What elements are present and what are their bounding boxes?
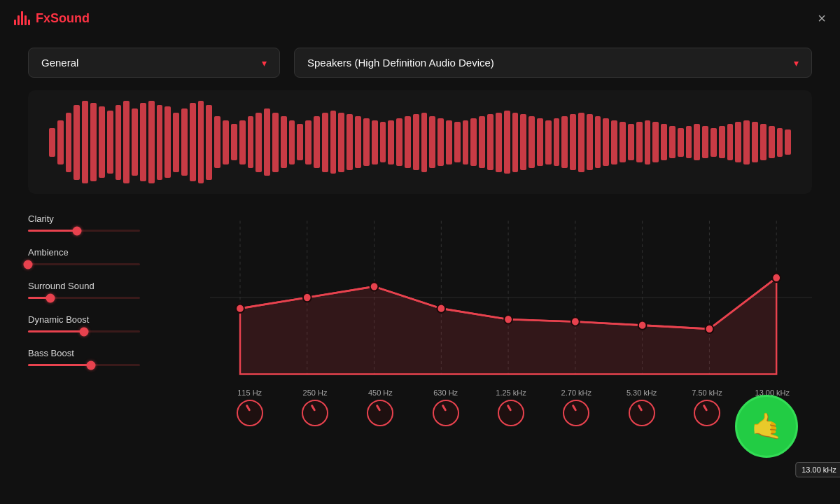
bass-boost-fill — [28, 364, 91, 366]
waveform-bar — [694, 124, 700, 160]
clarity-fill — [28, 230, 77, 232]
waveform-bar — [140, 103, 146, 182]
bass-boost-slider[interactable] — [28, 364, 140, 366]
ambience-slider[interactable] — [28, 263, 140, 265]
dynamic-boost-label: Dynamic Boost — [28, 314, 196, 325]
svg-point-10 — [236, 304, 244, 313]
dynamic-boost-slider[interactable] — [28, 330, 140, 332]
svg-point-17 — [706, 325, 714, 334]
svg-point-15 — [571, 317, 580, 326]
dynamic-boost-fill — [28, 330, 84, 332]
dynamic-boost-thumb[interactable] — [80, 327, 89, 336]
waveform-bar — [446, 120, 452, 164]
waveform-bar — [90, 103, 97, 182]
waveform-bar — [743, 120, 750, 164]
waveform-bar — [578, 113, 584, 172]
logo-bar-1 — [14, 20, 16, 25]
waveform-bar — [115, 105, 122, 180]
eq-col-6: 5.30 kHz — [609, 388, 674, 426]
waveform-bar — [611, 120, 617, 164]
clarity-label: Clarity — [28, 214, 196, 224]
waveform-bar — [330, 111, 337, 174]
waveform-bar — [678, 128, 684, 157]
ambience-thumb[interactable] — [24, 260, 33, 269]
waveform-bar — [528, 116, 535, 168]
waveform-bar — [248, 116, 254, 168]
waveform-bar — [164, 106, 171, 178]
waveform-bar — [735, 122, 741, 162]
eq-knob-2[interactable] — [367, 400, 393, 426]
waveform-bar — [669, 126, 676, 159]
hand-icon: 🤙 — [751, 412, 783, 441]
preset-label: General — [41, 57, 78, 69]
waveform-bar — [537, 118, 543, 167]
eq-freq-2: 450 Hz — [368, 388, 393, 397]
waveform-bar — [636, 122, 643, 162]
eq-freq-1: 250 Hz — [303, 388, 328, 397]
waveform-bar — [769, 126, 775, 159]
eq-graph: .grid-line { stroke: #333; stroke-width:… — [210, 214, 812, 382]
control-row-dynamic-boost: Dynamic Boost — [28, 314, 196, 332]
eq-freq-3: 630 Hz — [433, 388, 458, 397]
eq-knob-7[interactable] — [694, 400, 720, 426]
logo-bar-3 — [21, 11, 23, 25]
eq-freq-5: 2.70 kHz — [561, 388, 592, 397]
waveform-bar — [504, 111, 510, 174]
waveform-bar — [214, 116, 220, 168]
waveform-bar — [281, 116, 287, 168]
eq-col-0: 115 Hz — [217, 388, 282, 426]
waveform-bar — [405, 116, 411, 168]
device-dropdown[interactable]: Speakers (High Definition Audio Device) … — [294, 48, 812, 78]
eq-knob-4[interactable] — [498, 400, 524, 426]
eq-col-1: 250 Hz — [282, 388, 347, 426]
waveform-bar — [661, 124, 667, 160]
preset-dropdown[interactable]: General ▾ — [28, 48, 280, 78]
svg-point-16 — [638, 321, 647, 330]
waveform-bar — [198, 101, 204, 183]
waveform-bar — [710, 128, 717, 157]
eq-col-4: 1.25 kHz — [478, 388, 543, 426]
waveform-bar — [363, 118, 370, 167]
eq-freq-6: 5.30 kHz — [626, 388, 657, 397]
clarity-thumb[interactable] — [73, 226, 82, 235]
waveform-bar — [305, 120, 312, 164]
surround-sound-thumb[interactable] — [46, 293, 55, 302]
eq-col-7: 7.50 kHz — [674, 388, 739, 426]
svg-point-12 — [370, 282, 379, 291]
eq-panel: .grid-line { stroke: #333; stroke-width:… — [210, 206, 812, 438]
waveform-bar — [190, 103, 196, 182]
eq-knob-3[interactable] — [433, 400, 459, 426]
waveform-bar — [545, 120, 552, 164]
waveform-bar — [223, 120, 229, 164]
waveform-bar — [487, 114, 493, 170]
svg-point-11 — [303, 293, 312, 302]
logo-icon — [14, 11, 30, 25]
waveform-bar — [396, 118, 402, 167]
logo-bar-5 — [28, 20, 30, 25]
waveform-bar — [372, 120, 378, 164]
waveform-bar — [595, 116, 601, 168]
waveform-bar — [438, 118, 444, 167]
surround-sound-slider[interactable] — [28, 297, 140, 299]
control-row-bass-boost: Bass Boost — [28, 348, 196, 366]
waveform-bar — [777, 128, 783, 157]
eq-knob-1[interactable] — [302, 400, 328, 426]
waveform-bar — [99, 106, 105, 178]
eq-knob-6[interactable] — [629, 400, 655, 426]
waveform-bar — [289, 120, 295, 164]
eq-col-5: 2.70 kHz — [544, 388, 609, 426]
control-row-clarity: Clarity — [28, 214, 196, 232]
clarity-slider[interactable] — [28, 230, 140, 232]
eq-col-2: 450 Hz — [348, 388, 413, 426]
waveform-bar — [173, 113, 179, 172]
eq-knob-5[interactable] — [563, 400, 589, 426]
waveform-bar — [346, 114, 353, 170]
waveform-bar — [686, 126, 692, 159]
eq-knob-0[interactable] — [237, 400, 263, 426]
waveform-bar — [652, 122, 659, 162]
waveform-bar — [719, 126, 725, 159]
close-button[interactable]: × — [818, 11, 826, 25]
waveform-bar — [702, 126, 708, 159]
eq-labels: 115 Hz250 Hz450 Hz630 Hz1.25 kHz2.70 kHz… — [210, 388, 812, 426]
bass-boost-thumb[interactable] — [86, 360, 95, 370]
